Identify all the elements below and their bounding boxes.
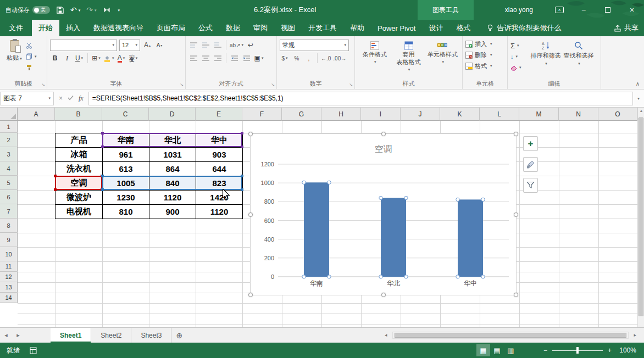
underline-button[interactable]: U▾ [74,53,84,64]
series-point-handle[interactable] [302,181,306,184]
sheet-tab-Sheet2[interactable]: Sheet2 [91,328,131,343]
cell-D6[interactable]: 1120 [149,191,196,205]
cell-C4[interactable]: 613 [103,162,149,176]
zoom-slider[interactable] [552,350,603,351]
chart-selection-handle[interactable] [514,293,518,297]
row-header-10[interactable]: 10 [0,247,18,261]
insert-cells-button[interactable]: 插入▾ [465,38,504,49]
cell-B2[interactable]: 产品 [55,133,103,148]
cell-E3[interactable]: 903 [196,148,243,162]
autosave-toggle[interactable]: 自动保存 关 [5,6,50,14]
ribbon-display-options-button[interactable]: ∧ [547,0,571,20]
close-button[interactable]: × [620,0,644,20]
col-header-I[interactable]: I [361,108,401,121]
copy-button[interactable]: ▾ [26,52,37,61]
align-bottom-button[interactable] [213,40,223,51]
cell-styles-button[interactable]: 单元格样式 ▾ [425,38,459,72]
ribbon-tab-file[interactable]: 文件 [0,20,32,36]
format-as-table-button[interactable]: 套用表格格式 ▾ [392,38,426,72]
row-header-14[interactable]: 14 [0,293,18,303]
clear-button[interactable]: ▾ [510,63,529,72]
col-header-B[interactable]: B [55,108,102,121]
chart-selection-handle[interactable] [514,212,518,217]
col-header-L[interactable]: L [480,108,519,121]
row-header-11[interactable]: 11 [0,261,18,272]
col-header-G[interactable]: G [282,108,321,121]
ribbon-tab-chart-design[interactable]: 设计 [422,20,449,36]
customize-qat-button[interactable]: ▾ [117,8,120,12]
series-name-outline-handle[interactable] [54,175,57,177]
row-header-6[interactable]: 6 [0,190,18,204]
number-dialog-launcher[interactable]: ↘ [349,82,353,87]
currency-format-button[interactable]: $▾ [280,53,290,64]
comma-format-button[interactable]: , [304,53,314,64]
series-point-handle[interactable] [456,198,459,201]
chart-styles-button[interactable] [523,157,538,172]
chart-selection-handle[interactable] [381,293,386,297]
expand-formula-bar-button[interactable]: ▾ [633,96,644,101]
format-cells-button[interactable]: 格式▾ [465,60,504,71]
cell-C5[interactable]: 1005 [103,176,149,191]
undo-button[interactable]: ↶▾ [70,6,80,14]
ribbon-tab-chart-format[interactable]: 格式 [449,20,477,36]
phonetic-guide-button[interactable]: wén变▾ [129,53,138,64]
row-header-5[interactable]: 5 [0,176,18,190]
decrease-decimal-button[interactable]: .00→ [333,53,346,64]
accessibility-icon[interactable] [30,347,37,354]
cell-E6[interactable]: 1420 [196,191,243,205]
delete-cells-button[interactable]: 删除▾ [465,49,504,60]
merge-center-button[interactable]: ▣▾ [254,53,264,64]
align-middle-button[interactable] [201,40,210,51]
italic-button[interactable]: I [62,53,72,64]
series-point-handle[interactable] [327,275,331,278]
decrease-indent-button[interactable] [230,53,240,64]
ribbon-tab-formulas[interactable]: 公式 [192,20,219,36]
number-format-combobox[interactable]: 常规▾ [280,40,349,51]
chart-selection-handle[interactable] [514,132,518,136]
zoom-out-button[interactable]: − [543,346,547,354]
font-color-button[interactable]: A▾ [116,53,126,64]
formula-input[interactable]: =SERIES(Sheet1!$B$5,Sheet1!$C$2:$E$2,She… [88,92,633,105]
row-header-2[interactable]: 2 [0,133,18,147]
ribbon-tab-power-pivot[interactable]: Power Pivot [371,20,422,36]
cell-D4[interactable]: 864 [149,162,196,176]
cell-B6[interactable]: 微波炉 [55,191,103,205]
orientation-button[interactable]: ab↗▾ [230,40,243,51]
horizontal-scrollbar-thumb[interactable] [395,333,626,338]
col-header-A[interactable]: A [18,108,55,121]
hscroll-left-icon[interactable]: ◂ [385,332,387,338]
cell-B4[interactable]: 洗衣机 [55,162,103,176]
cell-D7[interactable]: 900 [149,205,196,219]
increase-decimal-button[interactable]: ←.0 [321,53,331,64]
col-header-C[interactable]: C [102,108,149,121]
chart-selection-handle[interactable] [248,293,253,297]
chart-bar-2[interactable] [458,199,483,277]
row-header-13[interactable]: 13 [0,282,18,293]
zoom-in-button[interactable]: + [608,346,612,354]
series-values-outline-handle[interactable] [101,175,104,177]
zoom-slider-thumb[interactable] [576,347,579,354]
autosum-button[interactable]: Σ▾ [510,41,529,50]
cell-E4[interactable]: 644 [196,162,243,176]
hscroll-right-icon[interactable]: ▸ [634,332,636,338]
font-name-combobox[interactable]: ▾ [50,40,117,51]
sheet-tab-Sheet1[interactable]: Sheet1 [51,328,91,343]
cell-B3[interactable]: 冰箱 [55,148,103,162]
borders-button[interactable]: ⊞▾ [91,53,101,64]
conditional-formatting-button[interactable]: 条件格式 ▾ [358,38,392,72]
increase-font-button[interactable]: A▴ [142,40,152,51]
series-point-handle[interactable] [379,275,382,278]
series-values-outline-handle[interactable] [101,188,104,191]
series-point-handle[interactable] [404,196,408,199]
chart-title[interactable]: 空调 [375,144,392,154]
cut-button[interactable] [26,41,37,50]
clipboard-dialog-launcher[interactable]: ↘ [41,82,45,87]
ribbon-tab-page-layout[interactable]: 页面布局 [150,20,192,36]
new-sheet-button[interactable]: ⊕ [171,328,187,343]
sheet-nav-left-icon[interactable]: ◂ [0,328,12,343]
chart-bar-1[interactable] [381,198,406,277]
sort-filter-button[interactable]: AZ 排序和筛选 ▾ [529,38,562,72]
category-range-outline-handle[interactable] [101,132,104,135]
ribbon-tab-developer[interactable]: 开发工具 [302,20,343,36]
insert-function-button[interactable]: fx [79,94,84,103]
